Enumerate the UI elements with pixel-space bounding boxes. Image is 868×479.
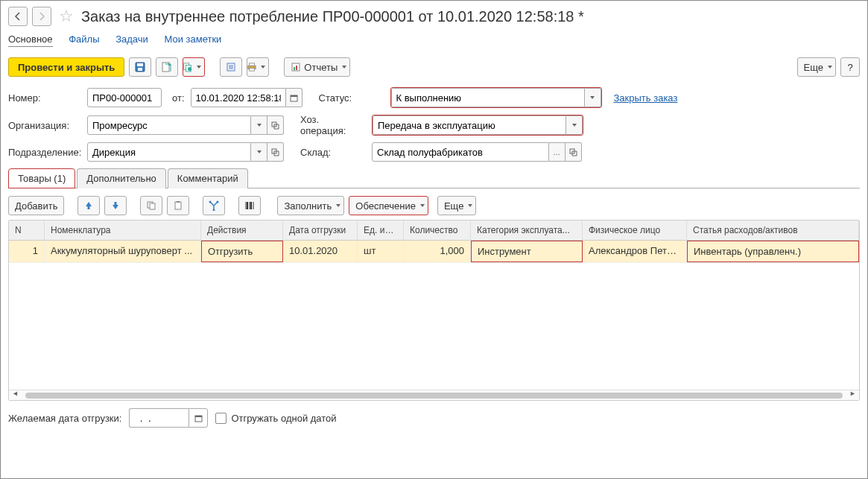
goods-grid: N Номенклатура Действия Дата отгрузки Ед… (8, 220, 860, 401)
more-button[interactable]: Еще (797, 57, 836, 77)
post-button[interactable] (156, 57, 178, 77)
provision-button[interactable]: Обеспечение (349, 196, 428, 215)
division-open-icon[interactable] (267, 142, 284, 162)
paste-button[interactable] (167, 196, 189, 215)
row-org: Организация: Хоз. операция: (8, 114, 860, 136)
cell-person: Александров Петр ... (583, 241, 687, 262)
split-button[interactable] (203, 196, 225, 215)
col-category[interactable]: Категория эксплуата... (471, 221, 583, 240)
tab-extra[interactable]: Дополнительно (77, 168, 166, 188)
more-label: Еще (804, 62, 823, 73)
col-person[interactable]: Физическое лицо (583, 221, 687, 240)
desired-ship-date-input[interactable] (129, 408, 189, 428)
tab-comment[interactable]: Комментарий (168, 168, 248, 188)
division-input[interactable] (87, 142, 251, 162)
nav-main[interactable]: Основное (8, 34, 53, 47)
col-unit[interactable]: Ед. изм. (358, 221, 404, 240)
label-org: Организация: (8, 120, 81, 131)
checkbox-icon (215, 413, 226, 424)
svg-rect-16 (296, 66, 297, 70)
calendar-icon[interactable] (189, 408, 208, 428)
app-window: ☆ Заказ на внутреннее потребление ПР00-0… (0, 0, 868, 479)
cell-article: Инвентарь (управленч.) (687, 241, 859, 262)
op-input[interactable] (373, 115, 566, 135)
horizontal-scrollbar[interactable] (9, 390, 859, 400)
barcode-button[interactable] (238, 196, 261, 215)
grid-body[interactable]: 1 Аккумуляторный шуруповерт ... Отгрузит… (9, 241, 859, 390)
date-input[interactable] (191, 88, 286, 107)
col-article[interactable]: Статья расходов/активов (687, 221, 859, 240)
save-button[interactable] (129, 57, 151, 77)
org-open-icon[interactable] (267, 115, 284, 135)
nav-forward-button[interactable] (32, 7, 51, 26)
cell-n: 1 (9, 241, 45, 262)
cell-nom: Аккумуляторный шуруповерт ... (45, 241, 201, 262)
col-nomenclature[interactable]: Номенклатура (45, 221, 201, 240)
label-division: Подразделение: (8, 147, 81, 158)
org-dropdown[interactable] (251, 115, 267, 135)
label-op: Хоз. операция: (300, 114, 366, 136)
svg-rect-18 (291, 95, 297, 97)
single-date-checkbox[interactable]: Отгружать одной датой (215, 413, 336, 424)
warehouse-select-icon[interactable]: … (549, 142, 566, 162)
move-down-button[interactable] (104, 196, 127, 215)
svg-point-30 (213, 209, 215, 212)
footer: Желаемая дата отгрузки: Отгружать одной … (8, 408, 860, 428)
warehouse-open-icon[interactable] (566, 142, 582, 162)
copy-button[interactable] (140, 196, 162, 215)
org-input[interactable] (87, 115, 251, 135)
svg-point-6 (188, 67, 191, 71)
grid-header: N Номенклатура Действия Дата отгрузки Ед… (9, 221, 859, 241)
create-based-on-button[interactable] (183, 57, 205, 77)
add-row-button[interactable]: Добавить (8, 196, 64, 215)
svg-rect-2 (138, 68, 142, 71)
col-actions[interactable]: Действия (201, 221, 283, 240)
label-from: от: (172, 92, 185, 104)
help-button[interactable]: ? (840, 57, 860, 77)
svg-rect-37 (195, 416, 202, 417)
post-and-close-button[interactable]: Провести и закрыть (8, 57, 124, 77)
svg-rect-11 (250, 63, 255, 66)
table-row[interactable]: 1 Аккумуляторный шуруповерт ... Отгрузит… (9, 241, 859, 263)
favorite-star-icon[interactable]: ☆ (59, 7, 74, 26)
doc-structure-button[interactable] (220, 57, 242, 77)
single-date-label: Отгружать одной датой (231, 413, 336, 424)
reports-button[interactable]: Отчеты (284, 57, 350, 77)
cell-actions: Отгрузить (201, 241, 283, 262)
main-toolbar: Провести и закрыть Отчеты Еще (8, 57, 860, 77)
label-number: Номер: (8, 92, 81, 104)
calendar-icon[interactable] (286, 88, 302, 107)
number-input[interactable] (87, 88, 162, 107)
warehouse-input[interactable] (372, 142, 549, 162)
table-more-button[interactable]: Еще (437, 196, 476, 215)
close-order-link[interactable]: Закрыть заказ (614, 92, 678, 104)
op-dropdown[interactable] (566, 115, 583, 135)
svg-rect-1 (137, 63, 143, 66)
division-dropdown[interactable] (251, 142, 267, 162)
provision-label: Обеспечение (355, 200, 416, 212)
status-input[interactable] (391, 88, 585, 107)
label-ship-date: Желаемая дата отгрузки: (8, 413, 121, 424)
print-button[interactable] (247, 57, 269, 77)
move-up-button[interactable] (77, 196, 100, 215)
nav-tasks[interactable]: Задачи (115, 34, 148, 45)
nav-files[interactable]: Файлы (69, 34, 99, 45)
col-ship-date[interactable]: Дата отгрузки (283, 221, 358, 240)
label-warehouse: Склад: (300, 147, 366, 158)
svg-point-28 (209, 201, 212, 203)
svg-rect-23 (115, 202, 117, 206)
fill-button[interactable]: Заполнить (277, 196, 344, 215)
section-nav: Основное Файлы Задачи Мои заметки (8, 34, 860, 47)
cell-ship-date: 10.01.2020 (283, 241, 358, 262)
svg-rect-15 (294, 67, 295, 70)
col-qty[interactable]: Количество (404, 221, 471, 240)
tab-bar: Товары (1) Дополнительно Комментарий (8, 168, 860, 188)
fill-label: Заполнить (284, 200, 332, 212)
cell-unit: шт (358, 241, 404, 262)
nav-notes[interactable]: Мои заметки (164, 34, 221, 45)
nav-back-button[interactable] (8, 7, 28, 26)
cell-qty: 1,000 (404, 241, 471, 262)
col-n[interactable]: N (9, 221, 45, 240)
tab-goods[interactable]: Товары (1) (8, 168, 75, 188)
status-dropdown[interactable] (585, 88, 601, 107)
